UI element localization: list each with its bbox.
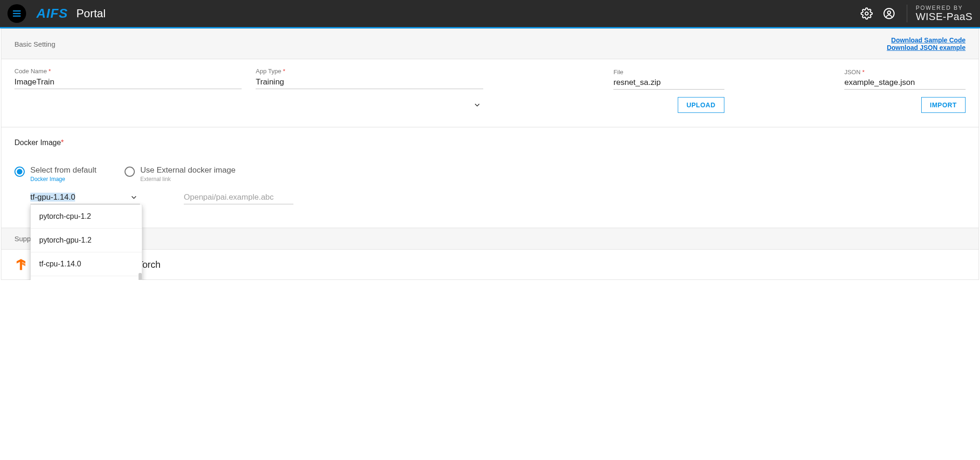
gear-icon (861, 7, 873, 20)
dropdown-option[interactable]: pytorch-cpu-1.2 (31, 205, 142, 229)
external-link-field (184, 191, 293, 204)
hamburger-icon (12, 8, 22, 19)
tensorflow-icon (14, 258, 28, 271)
radio-circle-default[interactable] (14, 167, 25, 177)
radio-circle-external[interactable] (125, 167, 135, 177)
account-button[interactable] (883, 7, 896, 20)
frameworks-row: eras PyTorch (1, 250, 979, 279)
json-field: JSON * IMPORT (738, 68, 966, 113)
svg-point-3 (865, 12, 869, 15)
docker-radio-row: Select from default Docker Image Use Ext… (14, 166, 966, 182)
basic-setting-title: Basic Setting (14, 40, 56, 48)
code-name-field: Code Name * (14, 68, 242, 113)
user-circle-icon (883, 7, 895, 20)
app-type-field: App Type * (256, 68, 483, 113)
framework-tensorflow (14, 258, 28, 271)
dropdown-option[interactable]: pytorch-gpu-1.2 (31, 229, 142, 252)
wise-paas-label: WISE-PaaS (916, 12, 973, 22)
radio-default-label: Select from default (30, 166, 97, 175)
app-type-label: App Type * (256, 68, 483, 75)
powered-by-block: POWERED BY WISE-PaaS (916, 5, 973, 21)
radio-use-external[interactable]: Use External docker image External link (125, 166, 236, 182)
hamburger-menu-button[interactable] (7, 4, 26, 23)
dropdown-option[interactable]: tf-cpu-1.14.0 (31, 252, 142, 276)
docker-image-select[interactable]: tf-gpu-1.14.0 pytorch-cpu-1.2 pytorch-gp… (30, 191, 140, 204)
download-sample-code-link[interactable]: Download Sample Code (887, 36, 966, 44)
upload-button[interactable]: UPLOAD (678, 97, 724, 113)
chevron-down-icon (473, 101, 481, 109)
brand-logo: AIFS (36, 6, 68, 21)
docker-inputs-row: tf-gpu-1.14.0 pytorch-cpu-1.2 pytorch-gp… (14, 191, 966, 204)
radio-external-label: Use External docker image (140, 166, 236, 175)
scrollbar-thumb[interactable] (139, 273, 142, 280)
json-label: JSON * (844, 69, 864, 76)
radio-select-default[interactable]: Select from default Docker Image (14, 166, 97, 182)
download-json-example-link[interactable]: Download JSON example (887, 44, 966, 51)
svg-point-5 (888, 11, 891, 14)
dropdown-option[interactable]: tf-cpu-1.8.0 (31, 276, 142, 280)
settings-button[interactable] (860, 7, 873, 20)
panel-links: Download Sample Code Download JSON examp… (887, 36, 966, 51)
code-name-input[interactable] (14, 76, 242, 89)
basic-fields-row: Code Name * App Type * File UPLOAD JSON … (1, 59, 979, 127)
app-type-select[interactable] (256, 76, 483, 89)
portal-label: Portal (76, 7, 106, 20)
docker-image-section: Docker Image* Select from default Docker… (1, 127, 979, 228)
file-input[interactable] (613, 76, 724, 90)
import-button[interactable]: IMPORT (921, 97, 966, 113)
radio-default-sublabel: Docker Image (30, 176, 97, 182)
basic-setting-panel: Basic Setting Download Sample Code Downl… (1, 28, 979, 280)
external-link-input[interactable] (184, 191, 293, 204)
docker-image-title: Docker Image* (14, 139, 966, 147)
basic-setting-header: Basic Setting Download Sample Code Downl… (1, 29, 979, 59)
file-label: File (613, 69, 623, 76)
header-divider (907, 5, 907, 22)
code-name-label: Code Name * (14, 68, 242, 75)
docker-image-selected-value[interactable]: tf-gpu-1.14.0 (30, 191, 140, 204)
file-field: File UPLOAD (497, 68, 724, 113)
app-header: AIFS Portal POWERED BY WISE-PaaS (0, 0, 980, 27)
radio-external-sublabel: External link (140, 176, 236, 182)
docker-image-dropdown: pytorch-cpu-1.2 pytorch-gpu-1.2 tf-cpu-1… (30, 205, 142, 280)
supported-frameworks-header: Suppo (1, 228, 979, 250)
json-input[interactable] (844, 76, 966, 90)
